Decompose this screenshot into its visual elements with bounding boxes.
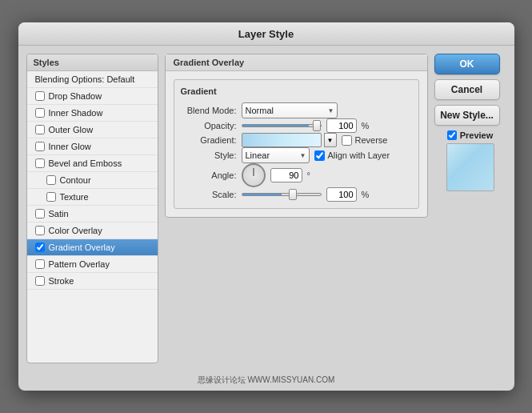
satin-label: Satin <box>49 209 69 219</box>
sidebar-item-bevel-emboss[interactable]: Bevel and Emboss <box>27 155 158 172</box>
sidebar-item-pattern-overlay[interactable]: Pattern Overlay <box>27 256 158 273</box>
gradient-overlay-label: Gradient Overlay <box>49 243 115 252</box>
opacity-label: Opacity: <box>181 121 237 130</box>
contour-label: Contour <box>60 175 91 185</box>
texture-checkbox[interactable] <box>46 192 56 202</box>
gradient-overlay-group: Gradient Overlay Gradient Blend Mode: No… <box>165 54 428 218</box>
inner-shadow-checkbox[interactable] <box>35 108 45 118</box>
pattern-overlay-label: Pattern Overlay <box>49 259 110 269</box>
opacity-percent: % <box>362 121 370 130</box>
angle-dial[interactable] <box>242 163 266 187</box>
blend-mode-row: Blend Mode: Normal Dissolve Multiply Scr… <box>181 102 412 118</box>
stroke-checkbox[interactable] <box>35 276 45 286</box>
gradient-swatch[interactable] <box>242 133 322 147</box>
angle-dial-line <box>253 168 254 176</box>
contour-checkbox[interactable] <box>46 175 56 185</box>
gradient-inner-title: Gradient <box>181 86 412 96</box>
sidebar-item-satin[interactable]: Satin <box>27 206 158 223</box>
watermark: 思缘设计论坛 WWW.MISSYUAN.COM <box>18 371 514 391</box>
gradient-row: Gradient: ▼ Reverse <box>181 133 412 147</box>
gradient-dropdown-btn[interactable]: ▼ <box>324 133 337 147</box>
sidebar-item-blending-options[interactable]: Blending Options: Default <box>27 71 158 88</box>
bevel-emboss-label: Bevel and Emboss <box>49 158 122 168</box>
gradient-selector: ▼ <box>242 133 337 147</box>
reverse-checkbox[interactable] <box>342 135 352 146</box>
preview-section: Preview <box>434 130 506 191</box>
left-panel: Styles Blending Options: Default Drop Sh… <box>26 54 158 363</box>
outer-glow-label: Outer Glow <box>49 125 94 134</box>
gradient-overlay-title: Gradient Overlay <box>166 54 427 71</box>
right-panel: OK Cancel New Style... Preview <box>434 54 506 363</box>
color-overlay-label: Color Overlay <box>49 226 102 235</box>
style-select-wrapper: Linear Radial Angle Reflected Diamond <box>242 147 310 163</box>
angle-label: Angle: <box>181 170 237 180</box>
style-select[interactable]: Linear Radial Angle Reflected Diamond <box>242 147 310 163</box>
angle-input[interactable]: 90 <box>270 168 302 182</box>
angle-row: Angle: 90 ° <box>181 163 412 187</box>
drop-shadow-label: Drop Shadow <box>49 91 102 101</box>
preview-swatch <box>446 143 494 191</box>
scale-label: Scale: <box>181 190 237 199</box>
blend-mode-select[interactable]: Normal Dissolve Multiply Screen Overlay <box>242 102 338 118</box>
dialog-title: Layer Style <box>18 22 514 46</box>
scale-input[interactable]: 100 <box>326 187 357 202</box>
align-row: Align with Layer <box>314 150 390 161</box>
opacity-slider[interactable] <box>242 124 322 127</box>
sidebar-item-outer-glow[interactable]: Outer Glow <box>27 122 158 138</box>
cancel-button[interactable]: Cancel <box>434 79 500 100</box>
drop-shadow-checkbox[interactable] <box>35 91 45 101</box>
sidebar-item-texture[interactable]: Texture <box>27 189 158 206</box>
sidebar-item-gradient-overlay[interactable]: Gradient Overlay <box>27 239 158 256</box>
opacity-input[interactable]: 100 <box>326 118 357 133</box>
align-label: Align with Layer <box>328 150 390 160</box>
degree-label: ° <box>307 170 310 180</box>
satin-checkbox[interactable] <box>35 209 45 219</box>
sidebar-item-contour[interactable]: Contour <box>27 172 158 189</box>
opacity-row: Opacity: 100 % <box>181 118 412 133</box>
sidebar-item-color-overlay[interactable]: Color Overlay <box>27 223 158 239</box>
reverse-label: Reverse <box>355 135 388 145</box>
style-label: Style: <box>181 150 237 160</box>
align-checkbox[interactable] <box>314 150 325 161</box>
new-style-button[interactable]: New Style... <box>434 105 500 126</box>
ok-button[interactable]: OK <box>434 54 500 74</box>
scale-row: Scale: 100 % <box>181 187 412 202</box>
preview-label-row: Preview <box>447 130 494 140</box>
bevel-emboss-checkbox[interactable] <box>35 158 45 168</box>
blend-mode-select-wrapper: Normal Dissolve Multiply Screen Overlay <box>242 102 338 118</box>
pattern-overlay-checkbox[interactable] <box>35 259 45 269</box>
styles-header: Styles <box>27 54 158 71</box>
layer-style-dialog: Layer Style Styles Blending Options: Def… <box>18 22 514 391</box>
sidebar-item-inner-glow[interactable]: Inner Glow <box>27 138 158 155</box>
gradient-label: Gradient: <box>181 135 237 145</box>
gradient-overlay-checkbox[interactable] <box>35 243 45 252</box>
blending-options-label: Blending Options: Default <box>35 74 135 84</box>
middle-panel: Gradient Overlay Gradient Blend Mode: No… <box>165 54 428 363</box>
color-overlay-checkbox[interactable] <box>35 226 45 235</box>
stroke-label: Stroke <box>49 276 74 286</box>
outer-glow-checkbox[interactable] <box>35 125 45 134</box>
inner-shadow-label: Inner Shadow <box>49 108 103 118</box>
sidebar-item-inner-shadow[interactable]: Inner Shadow <box>27 105 158 122</box>
scale-slider[interactable] <box>242 193 322 196</box>
blend-mode-label: Blend Mode: <box>181 106 237 115</box>
preview-checkbox[interactable] <box>447 130 457 140</box>
style-row: Style: Linear Radial Angle Reflected Dia… <box>181 147 412 163</box>
sidebar-item-drop-shadow[interactable]: Drop Shadow <box>27 88 158 105</box>
inner-glow-label: Inner Glow <box>49 142 91 151</box>
sidebar-item-stroke[interactable]: Stroke <box>27 273 158 290</box>
preview-label: Preview <box>460 130 494 140</box>
scale-percent: % <box>362 190 370 199</box>
reverse-row: Reverse <box>342 135 388 146</box>
inner-glow-checkbox[interactable] <box>35 142 45 151</box>
texture-label: Texture <box>60 192 89 202</box>
